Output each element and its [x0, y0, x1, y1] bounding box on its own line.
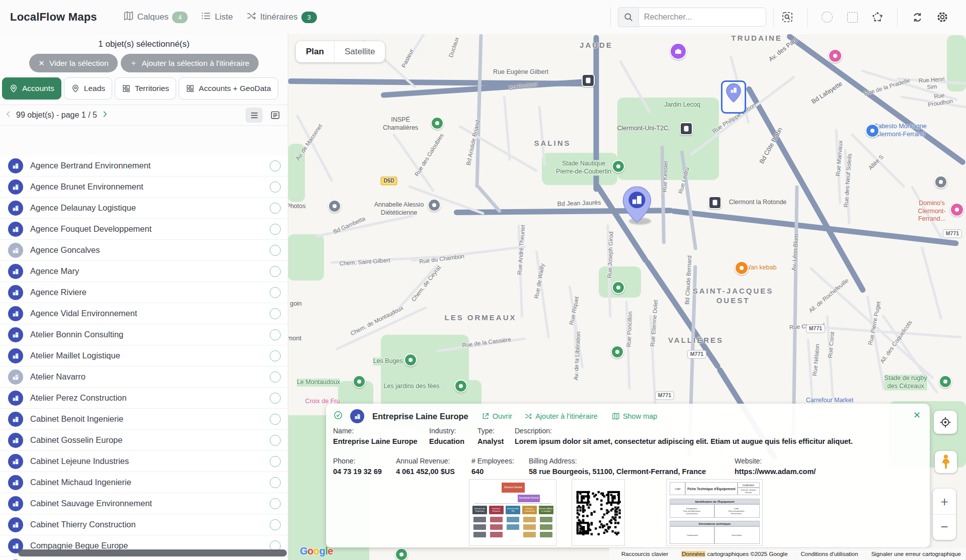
pegman-streetview-button[interactable]: [935, 451, 957, 473]
card-view-toggle[interactable]: [267, 108, 284, 123]
list-item[interactable]: Compagnie Le Goff France: [0, 556, 288, 560]
list-item[interactable]: Agence Goncalves: [0, 240, 288, 261]
select-circle[interactable]: [270, 519, 281, 530]
select-circle[interactable]: [270, 435, 281, 446]
clear-selection-button[interactable]: ✕ Vider la sélection: [29, 54, 117, 72]
green-poi-marker-icon[interactable]: [612, 281, 625, 294]
polygon-select-icon[interactable]: [871, 11, 884, 24]
selected-account-pin-icon[interactable]: [622, 186, 652, 225]
list-item[interactable]: Cabinet Thierry Construction: [0, 514, 288, 535]
my-location-button[interactable]: [934, 411, 957, 434]
zoom-in-button[interactable]: ＋: [933, 489, 956, 515]
list-item[interactable]: Agence Brunet Environnement: [0, 176, 288, 198]
green-poi-marker-icon[interactable]: [395, 548, 408, 560]
green-poi-marker-icon[interactable]: [431, 117, 444, 130]
tab-accounts-geodata[interactable]: Accounts + GeoData: [179, 77, 278, 100]
map-canvas[interactable]: JAUDETRUDAINESALINSVALLIÈRESLES ORMEAUXS…: [288, 34, 966, 560]
zoom-out-button[interactable]: −: [933, 515, 956, 540]
pink-poi-marker-icon[interactable]: [828, 49, 842, 63]
area-search-icon[interactable]: [781, 11, 794, 24]
gray-poi-marker-icon[interactable]: [328, 200, 341, 213]
list-view-toggle[interactable]: [246, 108, 263, 123]
gray-poi-marker-icon[interactable]: [934, 175, 947, 189]
green-poi-marker-icon[interactable]: [611, 345, 624, 358]
boxed-account-pin-icon[interactable]: [721, 80, 746, 114]
report-error-link[interactable]: Signaler une erreur cartographique: [871, 551, 961, 557]
horizontal-scrollbar[interactable]: [18, 549, 287, 556]
selected-check-icon[interactable]: [333, 410, 343, 422]
settings-gear-icon[interactable]: [936, 11, 949, 24]
select-circle[interactable]: [270, 266, 281, 277]
prev-page-icon[interactable]: [4, 110, 13, 121]
select-circle[interactable]: [270, 287, 281, 298]
add-selection-to-route-button[interactable]: ＋ Ajouter la sélection à l'itinéraire: [121, 54, 259, 72]
green-poi-marker-icon[interactable]: [353, 375, 366, 388]
trans-poi-marker-icon[interactable]: [708, 196, 721, 209]
green-poi-marker-icon[interactable]: [612, 160, 625, 173]
list-item[interactable]: Cabinet Michaud Ingenierie: [0, 472, 288, 493]
select-circle[interactable]: [270, 393, 281, 404]
list-item[interactable]: Cabinet Benoit Ingenierie: [0, 409, 288, 430]
refresh-icon[interactable]: [911, 11, 924, 24]
list-item[interactable]: Agence Mary: [0, 261, 288, 282]
select-circle[interactable]: [270, 456, 281, 467]
list-item[interactable]: Atelier Navarro: [0, 366, 288, 388]
building-icon: [8, 264, 23, 279]
tab-accounts[interactable]: Accounts: [2, 77, 61, 100]
list-item[interactable]: Atelier Perez Construction: [0, 388, 288, 409]
list-item[interactable]: Agence Fouquet Developpement: [0, 219, 288, 240]
select-circle[interactable]: [270, 477, 281, 488]
trans-poi-marker-icon[interactable]: [582, 74, 595, 87]
map-type-satellite[interactable]: Satellite: [334, 41, 385, 62]
nav-liste[interactable]: Liste: [201, 11, 233, 24]
open-account-link[interactable]: Ouvrir: [481, 412, 512, 420]
nav-calques[interactable]: Calques 4: [123, 11, 188, 24]
list-item[interactable]: Cabinet Sauvage Environnement: [0, 493, 288, 514]
map-type-plan[interactable]: Plan: [296, 41, 334, 62]
org-chart-image[interactable]: Directeur GénéralSecrétariat GénéralDire…: [469, 479, 556, 546]
museum-poi-marker-icon[interactable]: [670, 43, 687, 60]
green-poi-marker-icon[interactable]: [454, 380, 467, 393]
list-item[interactable]: Cabinet Gosselin Europe: [0, 430, 288, 451]
select-circle[interactable]: [270, 245, 281, 256]
list-item[interactable]: Agence Delaunay Logistique: [0, 198, 288, 219]
green-poi-marker-icon[interactable]: [939, 375, 952, 388]
select-circle[interactable]: [270, 181, 281, 193]
select-circle[interactable]: [270, 224, 281, 235]
spec-sheet-image[interactable]: Logo Fiche Technique d'Équipement Codifi…: [666, 479, 763, 546]
tab-leads[interactable]: Leads: [64, 77, 112, 100]
show-map-link[interactable]: Show map: [612, 412, 658, 420]
pink-poi-marker-icon[interactable]: [950, 203, 964, 217]
green-poi-marker-icon[interactable]: [404, 353, 417, 366]
select-circle[interactable]: [270, 308, 281, 319]
circle-select-icon[interactable]: [821, 11, 834, 24]
panel-close-icon[interactable]: ✕: [913, 410, 921, 421]
select-circle[interactable]: [270, 160, 281, 171]
add-to-route-link[interactable]: Ajouter à l'itinéraire: [524, 412, 598, 420]
select-circle[interactable]: [270, 498, 281, 509]
list-item[interactable]: Atelier Bonnin Consulting: [0, 324, 288, 345]
terms-link[interactable]: Conditions d'utilisation: [801, 551, 858, 557]
keyboard-shortcuts-link[interactable]: Raccourcis clavier: [621, 551, 668, 557]
list-item[interactable]: Atelier Maillet Logistique: [0, 345, 288, 366]
store-poi-marker-icon[interactable]: [865, 124, 879, 138]
select-circle[interactable]: [270, 414, 281, 425]
select-circle[interactable]: [270, 203, 281, 214]
select-circle[interactable]: [270, 371, 281, 383]
list-item[interactable]: Cabinet Lejeune Industries: [0, 451, 288, 472]
food-poi-marker-icon[interactable]: [735, 261, 749, 275]
select-circle[interactable]: [270, 350, 281, 361]
nav-itineraires[interactable]: Itinéraires 3: [246, 11, 317, 24]
list-item[interactable]: Agence Vidal Environnement: [0, 303, 288, 324]
gray-poi-marker-icon[interactable]: [428, 199, 441, 212]
search-input[interactable]: [638, 8, 766, 27]
map-data-link[interactable]: Données cartographiques ©2025 Google: [681, 551, 787, 557]
select-circle[interactable]: [270, 329, 281, 340]
rect-select-icon[interactable]: [846, 11, 859, 24]
list-item[interactable]: Agence Riviere: [0, 282, 288, 303]
qr-code-image[interactable]: [572, 479, 625, 546]
tab-territories[interactable]: Territories: [115, 77, 176, 100]
list-item[interactable]: Agence Bertrand Environnement: [0, 155, 288, 176]
next-page-icon[interactable]: [100, 110, 109, 121]
trans-poi-marker-icon[interactable]: [680, 122, 693, 135]
